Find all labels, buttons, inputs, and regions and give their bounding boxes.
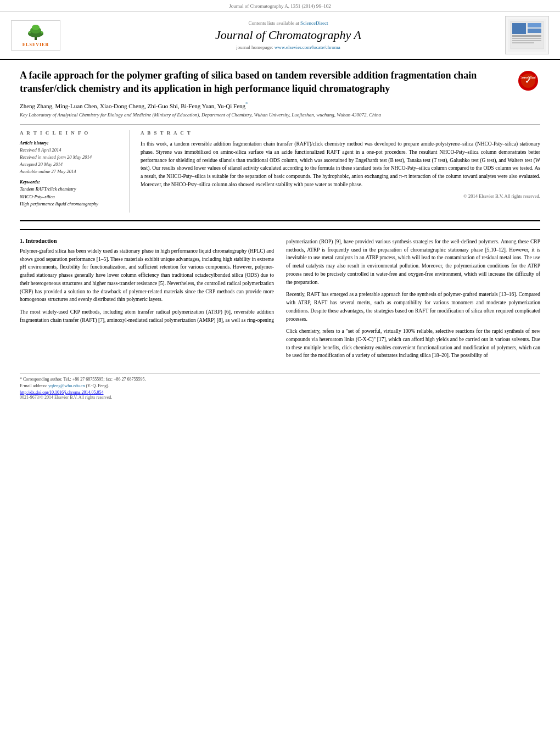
keywords-label: Keywords: bbox=[20, 179, 120, 185]
history-label: Article history: bbox=[20, 140, 120, 146]
info-abstract-section: A R T I C L E I N F O Article history: R… bbox=[20, 130, 540, 213]
svg-rect-15 bbox=[512, 40, 541, 41]
elsevier-logo-container: ELSEVIER bbox=[11, 20, 71, 51]
email-label: E-mail address: bbox=[20, 383, 47, 388]
crossmark-badge[interactable]: ✓ CrossMark bbox=[518, 71, 540, 93]
body-content: 1. Introduction Polymer-grafted silica h… bbox=[20, 229, 540, 400]
authors-line: Zheng Zhang, Ming-Luan Chen, Xiao-Dong C… bbox=[20, 101, 540, 109]
article-info-label: A R T I C L E I N F O bbox=[20, 130, 120, 136]
keyword-3: High performance liquid chromatography bbox=[20, 200, 120, 208]
authors-text: Zheng Zhang, Ming-Luan Chen, Xiao-Dong C… bbox=[20, 102, 245, 109]
svg-text:CrossMark: CrossMark bbox=[520, 75, 536, 80]
journal-homepage: journal homepage: www.elsevier.com/locat… bbox=[71, 44, 505, 50]
svg-point-7 bbox=[39, 29, 41, 30]
email-note: E-mail address: yqfeng@whu.edu.cn (Y.-Q.… bbox=[20, 383, 540, 388]
intro-right-para-1: polymerization (ROP) [9], have provided … bbox=[286, 238, 540, 286]
svg-point-6 bbox=[31, 29, 33, 30]
divider-1 bbox=[20, 124, 540, 125]
sciencedirect-anchor[interactable]: ScienceDirect bbox=[300, 20, 328, 26]
footer-area: * Corresponding author. Tel.: +86 27 687… bbox=[20, 373, 540, 400]
elsevier-label: ELSEVIER bbox=[23, 42, 49, 47]
keyword-2: NHCO-Psty–silica bbox=[20, 193, 120, 201]
article-info-col: A R T I C L E I N F O Article history: R… bbox=[20, 130, 130, 213]
journal-bar: Journal of Chromatography A, 1351 (2014)… bbox=[0, 0, 560, 12]
homepage-link[interactable]: www.elsevier.com/locate/chroma bbox=[275, 44, 340, 50]
header-center: Contents lists available at ScienceDirec… bbox=[71, 20, 505, 50]
intro-right-para-2: Recently, RAFT has emerged as a preferab… bbox=[286, 291, 540, 323]
abstract-col: A B S T R A C T In this work, a tandem r… bbox=[141, 130, 540, 213]
intro-right-para-3: Click chemistry, refers to a "set of pow… bbox=[286, 327, 540, 360]
intro-title: Introduction bbox=[26, 238, 57, 244]
svg-rect-10 bbox=[512, 23, 526, 34]
corresponding-note-text: * Corresponding author. Tel.: +86 27 687… bbox=[20, 377, 145, 382]
keyword-1: Tandem RAFT/click chemistry bbox=[20, 186, 120, 193]
doi-line: http://dx.doi.org/10.1016/j.chroma.2014.… bbox=[20, 390, 540, 395]
body-left-col: 1. Introduction Polymer-grafted silica h… bbox=[20, 238, 274, 364]
email-suffix: (Y.-Q. Feng). bbox=[86, 383, 109, 388]
body-two-col: 1. Introduction Polymer-grafted silica h… bbox=[20, 238, 540, 364]
abstract-label: A B S T R A C T bbox=[141, 130, 540, 136]
svg-point-5 bbox=[41, 31, 43, 34]
doi-link[interactable]: http://dx.doi.org/10.1016/j.chroma.2014.… bbox=[20, 390, 104, 395]
crossmark-icon: ✓ CrossMark bbox=[518, 71, 538, 91]
main-content: A facile approach for the polymer grafti… bbox=[0, 60, 560, 409]
corresponding-marker: * bbox=[245, 101, 248, 107]
article-history: Article history: Received 8 April 2014 R… bbox=[20, 140, 120, 175]
svg-rect-16 bbox=[512, 42, 534, 43]
header-area: ELSEVIER Contents lists available at Sci… bbox=[0, 12, 560, 60]
divider-2 bbox=[20, 220, 540, 221]
revised-date: Received in revised form 20 May 2014 bbox=[20, 154, 120, 161]
journal-citation: Journal of Chromatography A, 1351 (2014)… bbox=[229, 3, 331, 9]
corresponding-note: * Corresponding author. Tel.: +86 27 687… bbox=[20, 377, 540, 382]
elsevier-tree-icon bbox=[22, 24, 49, 41]
received-date: Received 8 April 2014 bbox=[20, 147, 120, 154]
abstract-text: In this work, a tandem reversible additi… bbox=[141, 140, 540, 188]
body-right-col: polymerization (ROP) [9], have provided … bbox=[286, 238, 540, 364]
intro-para-2: The most widely-used CRP methods, includ… bbox=[20, 308, 274, 324]
keywords-list: Tandem RAFT/click chemistry NHCO-Psty–si… bbox=[20, 186, 120, 208]
intro-para-1: Polymer-grafted silica has been widely u… bbox=[20, 247, 274, 304]
affiliation-text: Key Laboratory of Analytical Chemistry f… bbox=[20, 112, 540, 118]
svg-rect-13 bbox=[512, 35, 541, 37]
article-title-section: A facile approach for the polymer grafti… bbox=[20, 69, 540, 96]
email-link[interactable]: yqfeng@whu.edu.cn bbox=[48, 383, 85, 388]
svg-point-3 bbox=[32, 25, 40, 30]
cover-svg bbox=[508, 19, 546, 52]
intro-number: 1. bbox=[20, 238, 24, 244]
elsevier-image: ELSEVIER bbox=[11, 20, 60, 51]
journal-title-header: Journal of Chromatography A bbox=[71, 28, 505, 42]
keywords-group: Keywords: Tandem RAFT/click chemistry NH… bbox=[20, 179, 120, 208]
copyright-line: © 2014 Elsevier B.V. All rights reserved… bbox=[141, 193, 540, 199]
sciencedirect-link: Contents lists available at ScienceDirec… bbox=[71, 20, 505, 26]
accepted-date: Accepted 20 May 2014 bbox=[20, 161, 120, 168]
svg-rect-12 bbox=[528, 29, 541, 33]
license-line: 0021-9673/© 2014 Elsevier B.V. All right… bbox=[20, 395, 540, 400]
journal-cover-image bbox=[505, 16, 549, 54]
svg-rect-14 bbox=[512, 38, 541, 39]
available-date: Available online 27 May 2014 bbox=[20, 168, 120, 175]
svg-rect-11 bbox=[528, 23, 541, 27]
article-title: A facile approach for the polymer grafti… bbox=[20, 69, 518, 96]
svg-point-4 bbox=[29, 31, 31, 34]
intro-heading: 1. Introduction bbox=[20, 238, 274, 244]
